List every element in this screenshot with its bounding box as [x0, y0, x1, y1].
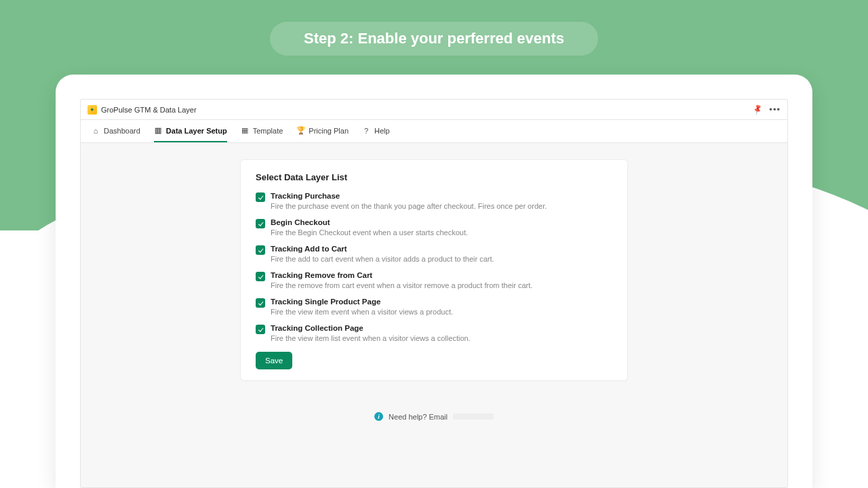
option-desc: Fire the add to cart event when a visito… [271, 255, 494, 263]
option-texts: Tracking Purchase Fire the purchase even… [271, 192, 547, 210]
pin-icon[interactable]: 📌 [751, 103, 764, 115]
option-row: Tracking Add to Cart Fire the add to car… [256, 245, 612, 263]
option-title: Begin Checkout [271, 218, 468, 226]
tab-pricing[interactable]: 🏆 Pricing Plan [296, 120, 349, 142]
option-row: Tracking Collection Page Fire the view i… [256, 324, 612, 342]
checkbox-icon[interactable] [256, 298, 265, 308]
option-title: Tracking Single Product Page [271, 298, 453, 306]
option-title: Tracking Collection Page [271, 324, 471, 332]
layers-icon: ▥ [154, 126, 162, 135]
help-text: Need help? Email [389, 413, 448, 421]
checkbox-icon[interactable] [256, 272, 265, 281]
app-title-area: ✦ GroPulse GTM & Data Layer [87, 105, 197, 115]
checkbox-icon[interactable] [256, 325, 265, 334]
app-topbar-actions: 📌 ••• [753, 104, 781, 115]
data-layer-card: Select Data Layer List Tracking Purchase… [240, 159, 628, 381]
option-desc: Fire the view item event when a visitor … [271, 308, 453, 316]
help-footer: i Need help? Email [374, 412, 494, 421]
home-icon: ⌂ [92, 127, 100, 135]
save-button[interactable]: Save [256, 352, 292, 369]
tab-label: Help [374, 127, 390, 135]
tab-data-layer-setup[interactable]: ▥ Data Layer Setup [154, 120, 227, 142]
tab-label: Data Layer Setup [166, 127, 227, 135]
tab-help[interactable]: ? Help [362, 120, 390, 142]
pricing-icon: 🏆 [296, 126, 304, 135]
tab-label: Pricing Plan [309, 127, 349, 135]
option-desc: Fire the Begin Checkout event when a use… [271, 228, 468, 237]
option-row: Tracking Purchase Fire the purchase even… [256, 192, 612, 210]
content-area: Select Data Layer List Tracking Purchase… [81, 143, 787, 487]
tab-template[interactable]: ▦ Template [241, 120, 283, 142]
app-title: GroPulse GTM & Data Layer [101, 106, 197, 114]
tab-bar: ⌂ Dashboard ▥ Data Layer Setup ▦ Templat… [81, 120, 787, 143]
info-icon: i [374, 412, 383, 421]
option-texts: Tracking Add to Cart Fire the add to car… [271, 245, 494, 263]
template-icon: ▦ [241, 126, 249, 135]
option-texts: Tracking Collection Page Fire the view i… [271, 324, 471, 342]
option-row: Begin Checkout Fire the Begin Checkout e… [256, 218, 612, 237]
option-title: Tracking Add to Cart [271, 245, 494, 253]
app-topbar: ✦ GroPulse GTM & Data Layer 📌 ••• [81, 100, 787, 120]
tab-dashboard[interactable]: ⌂ Dashboard [92, 120, 140, 142]
app-window: ✦ GroPulse GTM & Data Layer 📌 ••• ⌂ Dash… [80, 99, 788, 488]
option-row: Tracking Single Product Page Fire the vi… [256, 298, 612, 316]
help-icon: ? [362, 127, 370, 135]
option-title: Tracking Remove from Cart [271, 271, 532, 279]
option-row: Tracking Remove from Cart Fire the remov… [256, 271, 612, 289]
tab-label: Template [253, 127, 283, 135]
option-desc: Fire the view item list event when a vis… [271, 334, 471, 342]
step-banner: Step 2: Enable your perferred events [270, 22, 598, 56]
card-title: Select Data Layer List [256, 172, 612, 182]
option-texts: Begin Checkout Fire the Begin Checkout e… [271, 218, 468, 237]
checkbox-icon[interactable] [256, 192, 265, 202]
option-title: Tracking Purchase [271, 192, 547, 200]
device-frame: ✦ GroPulse GTM & Data Layer 📌 ••• ⌂ Dash… [56, 75, 812, 488]
app-logo-icon: ✦ [87, 105, 97, 115]
option-texts: Tracking Single Product Page Fire the vi… [271, 298, 453, 316]
tab-label: Dashboard [104, 127, 140, 135]
option-desc: Fire the remove from cart event when a v… [271, 281, 532, 289]
checkbox-icon[interactable] [256, 219, 265, 228]
checkbox-icon[interactable] [256, 245, 265, 255]
more-icon[interactable]: ••• [769, 104, 781, 115]
option-texts: Tracking Remove from Cart Fire the remov… [271, 271, 532, 289]
option-desc: Fire the purchase event on the thank you… [271, 202, 547, 210]
help-email-redacted [453, 413, 494, 420]
